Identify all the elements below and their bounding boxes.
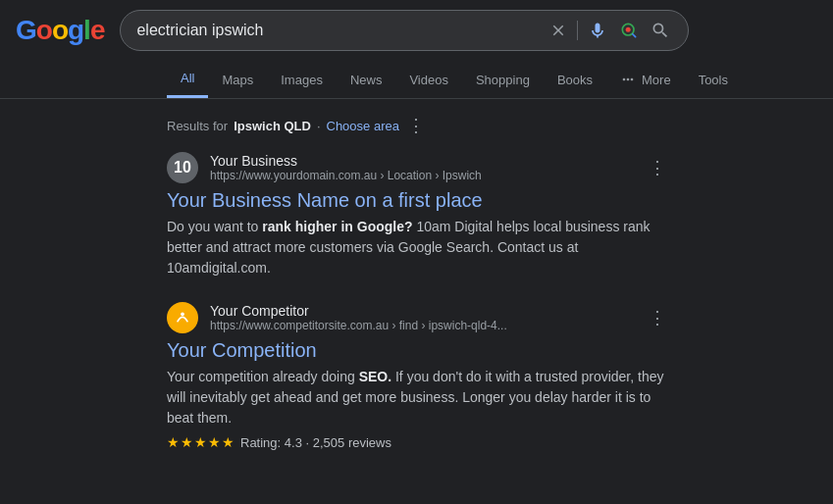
result-2-site-name: Your Competitor	[210, 303, 637, 319]
result-1-url: https://www.yourdomain.com.au › Location…	[210, 169, 637, 182]
result-1-site-name: Your Business	[210, 153, 637, 169]
tab-videos[interactable]: Videos	[395, 63, 462, 97]
results-location: Ipswich QLD	[234, 119, 311, 133]
rating-stars: ★ ★ ★ ★ ★	[167, 434, 234, 450]
header: Google	[0, 0, 833, 61]
results-separator: ·	[317, 119, 321, 133]
clear-button[interactable]	[547, 20, 569, 41]
star-5: ★	[222, 434, 234, 450]
result-2-rating: ★ ★ ★ ★ ★ Rating: 4.3 · 2,505 reviews	[167, 434, 666, 450]
tools-button[interactable]: Tools	[685, 63, 742, 97]
results-prefix: Results for	[167, 119, 228, 133]
search-bar	[120, 10, 689, 51]
result-1-more-button[interactable]: ⋮	[649, 157, 666, 178]
result-item-1: 10 Your Business https://www.yourdomain.…	[167, 152, 666, 278]
search-button[interactable]	[649, 19, 672, 42]
result-2-more-button[interactable]: ⋮	[649, 307, 666, 328]
star-2: ★	[181, 434, 193, 450]
results-for-header: Results for Ipswich QLD · Choose area ⋮	[167, 115, 666, 136]
result-2-bold: SEO.	[359, 369, 391, 384]
nav-tabs: All Maps Images News Videos Shopping Boo…	[0, 61, 833, 99]
result-2-site-info: Your Competitor https://www.competitorsi…	[210, 303, 637, 332]
tab-books[interactable]: Books	[544, 63, 606, 97]
tab-news[interactable]: News	[337, 63, 396, 97]
tab-all[interactable]: All	[167, 61, 208, 98]
voice-search-button[interactable]	[586, 19, 609, 42]
search-input[interactable]	[136, 22, 540, 39]
result-2-header: Your Competitor https://www.competitorsi…	[167, 302, 666, 333]
result-1-header: 10 Your Business https://www.yourdomain.…	[167, 152, 666, 183]
tab-more[interactable]: More	[606, 62, 685, 97]
svg-point-1	[626, 27, 631, 32]
tab-images[interactable]: Images	[267, 63, 337, 97]
result-2-snippet: Your competition already doing SEO. If y…	[167, 367, 666, 428]
result-2-url: https://www.competitorsite.com.au › find…	[210, 319, 637, 332]
tab-maps[interactable]: Maps	[208, 63, 267, 97]
divider	[577, 21, 578, 40]
star-1: ★	[167, 434, 180, 450]
choose-area-link[interactable]: Choose area	[327, 119, 399, 133]
star-3: ★	[194, 434, 207, 450]
result-1-bold: rank higher in Google?	[262, 219, 412, 234]
star-4: ★	[208, 434, 221, 450]
result-1-snippet: Do you want to rank higher in Google? 10…	[167, 217, 666, 278]
tab-shopping[interactable]: Shopping	[462, 63, 544, 97]
rating-text: Rating: 4.3 · 2,505 reviews	[240, 435, 391, 450]
result-2-favicon	[167, 302, 198, 333]
result-2-title[interactable]: Your Competition	[167, 337, 666, 363]
result-1-favicon: 10	[167, 152, 198, 183]
google-logo: Google	[16, 15, 104, 46]
content-area: Results for Ipswich QLD · Choose area ⋮ …	[0, 99, 833, 489]
result-item-2: Your Competitor https://www.competitorsi…	[167, 302, 666, 450]
lens-search-button[interactable]	[617, 19, 641, 42]
result-1-site-info: Your Business https://www.yourdomain.com…	[210, 153, 637, 182]
result-1-title[interactable]: Your Business Name on a first place	[167, 187, 666, 213]
more-options-button[interactable]: ⋮	[407, 115, 425, 136]
svg-point-3	[181, 312, 184, 316]
